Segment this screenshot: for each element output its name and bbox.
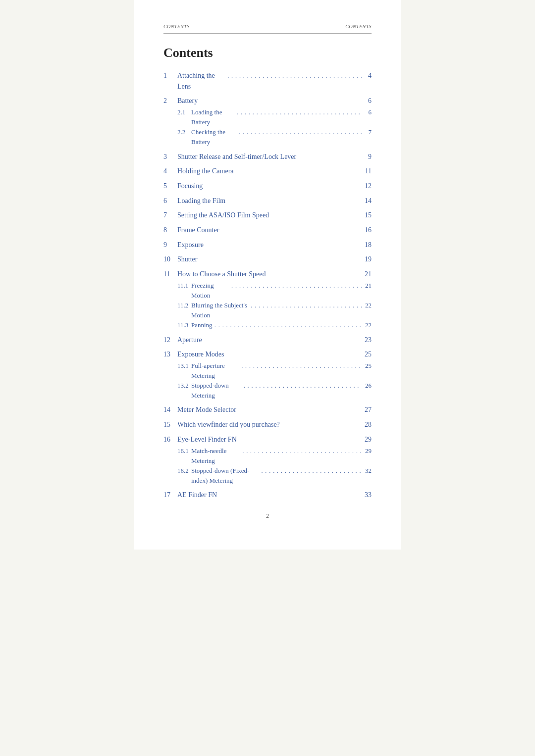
dot-leader: . . . . . . . . . . . . . . . . . . . . … bbox=[242, 381, 362, 391]
toc-page: 29 bbox=[362, 434, 372, 445]
dot-leader: . . . . . . . . . . . . . . . . . . . . … bbox=[213, 321, 362, 330]
toc-item[interactable]: 17AE Finder FN33 bbox=[163, 490, 372, 501]
toc-item[interactable]: 15Which viewfinder did you purchase?28 bbox=[163, 419, 372, 430]
toc-number: 1 bbox=[163, 70, 177, 81]
toc-page: 28 bbox=[362, 419, 372, 430]
toc-page: 19 bbox=[362, 254, 372, 265]
toc-page: 22 bbox=[362, 320, 372, 330]
toc-number: 4 bbox=[163, 166, 177, 177]
toc-page: 27 bbox=[362, 404, 372, 415]
page: CONTENTS CONTENTS Contents 1Attaching th… bbox=[134, 0, 401, 550]
toc-page: 26 bbox=[362, 381, 372, 391]
toc-item[interactable]: 5Focusing12 bbox=[163, 181, 372, 192]
toc-label: Shutter bbox=[177, 254, 279, 265]
toc-page: 9 bbox=[362, 151, 372, 162]
toc-number: 14 bbox=[163, 404, 177, 415]
toc-number: 5 bbox=[163, 181, 177, 192]
header: CONTENTS CONTENTS bbox=[163, 24, 372, 34]
toc-number: 7 bbox=[163, 210, 177, 221]
toc-label: AE Finder FN bbox=[177, 490, 289, 501]
toc-item[interactable]: 11How to Choose a Shutter Speed21 bbox=[163, 269, 372, 280]
toc-number: 2 bbox=[163, 96, 177, 106]
toc-label: Loading the Film bbox=[177, 196, 294, 206]
toc-item[interactable]: 3Shutter Release and Self-timer/Lock Lev… bbox=[163, 151, 372, 162]
toc-number: 3 bbox=[163, 151, 177, 162]
toc-page: 21 bbox=[362, 269, 372, 280]
toc-label: Focusing bbox=[177, 181, 282, 192]
toc-item[interactable]: 16.2Stopped-down (Fixed-index) Metering … bbox=[163, 466, 372, 486]
toc-item[interactable]: 13Exposure Modes25 bbox=[163, 349, 372, 360]
toc-number: 13.1 bbox=[177, 361, 191, 371]
toc-number: 16.1 bbox=[177, 446, 191, 456]
toc-page: 29 bbox=[362, 446, 372, 456]
toc-number: 11.3 bbox=[177, 320, 191, 330]
dot-leader: . . . . . . . . . . . . . . . . . . . . … bbox=[240, 447, 362, 456]
toc-item[interactable]: 13.1Full-aperture Metering . . . . . . .… bbox=[163, 361, 372, 381]
toc-label: Which viewfinder did you purchase? bbox=[177, 419, 321, 430]
toc-label: Aperture bbox=[177, 335, 282, 346]
dot-leader: . . . . . . . . . . . . . . . . . . . . … bbox=[249, 301, 362, 310]
dot-leader: . . . . . . . . . . . . . . . . . . . . … bbox=[235, 108, 362, 117]
toc-number: 12 bbox=[163, 335, 177, 346]
toc-page: 25 bbox=[362, 361, 372, 371]
toc-page: 22 bbox=[362, 301, 372, 310]
toc-label: Blurring the Subject's Motion bbox=[191, 301, 249, 320]
toc-item[interactable]: 16.1Match-needle Metering . . . . . . . … bbox=[163, 446, 372, 466]
toc-item[interactable]: 6Loading the Film14 bbox=[163, 196, 372, 206]
toc-item[interactable]: 11.1Freezing Motion . . . . . . . . . . … bbox=[163, 281, 372, 301]
toc-label: How to Choose a Shutter Speed bbox=[177, 269, 314, 280]
toc-label: Loading the Battery bbox=[191, 107, 235, 127]
dot-leader: . . . . . . . . . . . . . . . . . . . . … bbox=[259, 466, 362, 476]
toc-page: 33 bbox=[362, 490, 372, 501]
toc-label: Stopped-down Metering bbox=[191, 381, 242, 401]
toc-label: Holding the Camera bbox=[177, 166, 298, 177]
toc-number: 11.1 bbox=[177, 281, 191, 291]
toc-item[interactable]: 16Eye-Level Finder FN29 bbox=[163, 434, 372, 445]
page-title: Contents bbox=[163, 46, 372, 60]
toc-number: 15 bbox=[163, 419, 177, 430]
toc-page: 18 bbox=[362, 240, 372, 251]
toc-label: Stopped-down (Fixed-index) Metering bbox=[191, 466, 259, 486]
toc-item[interactable]: 2.2Checking the Battery . . . . . . . . … bbox=[163, 127, 372, 147]
header-left: CONTENTS bbox=[163, 24, 190, 29]
toc-page: 21 bbox=[362, 281, 372, 291]
toc-label: Exposure bbox=[177, 240, 282, 251]
dot-leader: . . . . . . . . . . . . . . . . . . . . … bbox=[237, 128, 362, 137]
toc-item[interactable]: 2Battery6 bbox=[163, 96, 372, 106]
toc-item[interactable]: 8Frame Counter16 bbox=[163, 225, 372, 236]
toc-number: 17 bbox=[163, 490, 177, 501]
toc-item[interactable]: 11.3Panning . . . . . . . . . . . . . . … bbox=[163, 320, 372, 330]
toc-item[interactable]: 4Holding the Camera11 bbox=[163, 166, 372, 177]
toc-page: 15 bbox=[362, 210, 372, 221]
toc-item[interactable]: 12Aperture23 bbox=[163, 335, 372, 346]
toc-page: 11 bbox=[362, 166, 372, 177]
toc-item[interactable]: 1Attaching the Lens . . . . . . . . . . … bbox=[163, 70, 372, 92]
toc-page: 6 bbox=[362, 96, 372, 106]
toc-page: 32 bbox=[362, 466, 372, 476]
toc-item[interactable]: 7Setting the ASA/ISO Film Speed15 bbox=[163, 210, 372, 221]
dot-leader: . . . . . . . . . . . . . . . . . . . . … bbox=[225, 71, 362, 81]
toc-item[interactable]: 13.2Stopped-down Metering . . . . . . . … bbox=[163, 381, 372, 401]
toc-number: 11 bbox=[163, 269, 177, 280]
toc-number: 16 bbox=[163, 434, 177, 445]
toc-page: 25 bbox=[362, 349, 372, 360]
toc-label: Frame Counter bbox=[177, 225, 290, 236]
toc-number: 11.2 bbox=[177, 301, 191, 310]
toc-label: Exposure Modes bbox=[177, 349, 293, 360]
toc-number: 16.2 bbox=[177, 466, 191, 476]
toc-item[interactable]: 14Meter Mode Selector27 bbox=[163, 404, 372, 415]
toc-item[interactable]: 2.1Loading the Battery . . . . . . . . .… bbox=[163, 107, 372, 127]
toc-number: 13.2 bbox=[177, 381, 191, 391]
toc-page: 23 bbox=[362, 335, 372, 346]
toc-label: Meter Mode Selector bbox=[177, 404, 299, 415]
toc-item[interactable]: 11.2Blurring the Subject's Motion . . . … bbox=[163, 301, 372, 320]
toc-page: 12 bbox=[362, 181, 372, 192]
toc-page: 7 bbox=[362, 127, 372, 137]
toc-label: Freezing Motion bbox=[191, 281, 229, 301]
toc-label: Match-needle Metering bbox=[191, 446, 240, 466]
toc-item[interactable]: 9Exposure18 bbox=[163, 240, 372, 251]
toc-number: 10 bbox=[163, 254, 177, 265]
toc-label: Setting the ASA/ISO Film Speed bbox=[177, 210, 316, 221]
dot-leader: . . . . . . . . . . . . . . . . . . . . … bbox=[239, 361, 362, 371]
toc-item[interactable]: 10Shutter19 bbox=[163, 254, 372, 265]
